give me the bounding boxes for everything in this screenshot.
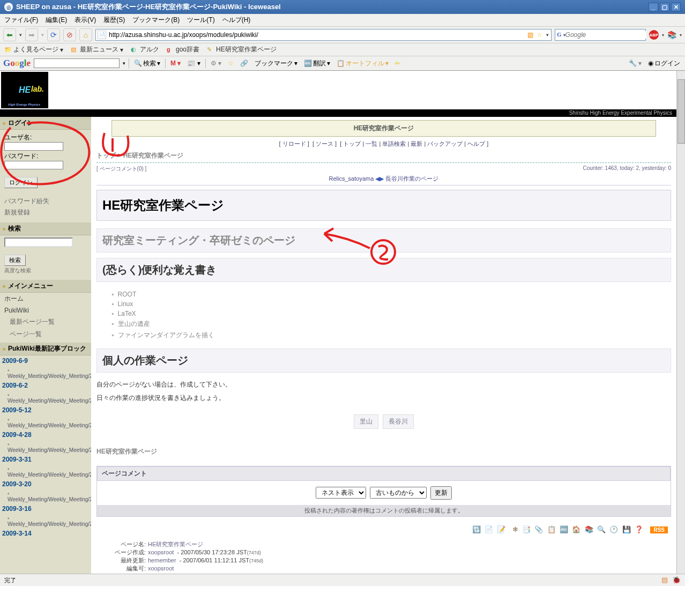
page-comment-link[interactable]: ページコメント(0): [100, 166, 144, 172]
link-source[interactable]: ソース: [316, 140, 333, 147]
back-button[interactable]: ⬅: [3, 28, 16, 41]
recent-icon[interactable]: 🕐: [609, 525, 618, 534]
sidebar-search-button[interactable]: 検索: [4, 255, 26, 266]
username-input[interactable]: [4, 142, 63, 151]
menu-history[interactable]: 履歴(S): [103, 16, 125, 25]
vertical-scrollbar[interactable]: [676, 71, 685, 574]
reload-icon[interactable]: 🔃: [472, 525, 481, 534]
list-item[interactable]: LaTeX: [111, 309, 671, 318]
helab-logo[interactable]: HElab. High Energy Physics: [1, 72, 48, 108]
list-icon[interactable]: 📚: [585, 525, 593, 534]
rss-icon[interactable]: ▧: [527, 31, 533, 39]
top-icon[interactable]: 🏠: [572, 525, 580, 534]
comment-order-select[interactable]: 古いものから: [370, 487, 427, 499]
menu-tools[interactable]: ツール(T): [187, 16, 214, 25]
minimize-button[interactable]: _: [649, 3, 658, 11]
edit-icon[interactable]: 📝: [497, 525, 505, 534]
status-firebug-icon[interactable]: 🐞: [672, 576, 681, 584]
attach-icon[interactable]: 📎: [534, 525, 543, 534]
gtb-login-button[interactable]: ◉ ログイン: [646, 59, 682, 68]
menu-page-list[interactable]: ページ一覧: [0, 328, 91, 340]
pagemeta-created-user[interactable]: xoopsroot: [148, 549, 174, 555]
gtb-search-button[interactable]: 🔍検索 ▾: [132, 59, 162, 68]
list-item[interactable]: 里山の遺産: [111, 318, 671, 330]
gtb-wrench-button[interactable]: 🔧 ▾: [627, 60, 643, 67]
status-rss-icon[interactable]: ▧: [661, 576, 670, 584]
recent-article-link[interactable]: Weekly_Meeting/Weekly_Meeting/20090602: [0, 391, 91, 405]
recent-article-link[interactable]: Weekly_Meeting/Weekly_Meeting/20090512: [0, 415, 91, 429]
link-reload[interactable]: リロード: [282, 140, 306, 147]
gtb-star-button[interactable]: ☆: [226, 60, 235, 67]
link-wordsearch[interactable]: 単語検索: [382, 140, 406, 147]
forgot-password-link[interactable]: パスワード紛失: [4, 196, 87, 207]
gtb-gear-button[interactable]: ⚙ ▾: [209, 60, 223, 67]
password-input[interactable]: [4, 161, 63, 169]
gtb-share-button[interactable]: 🔗: [239, 60, 250, 67]
link-backup[interactable]: バックアップ: [427, 140, 463, 147]
link-latest[interactable]: 最新: [411, 140, 422, 147]
help-icon[interactable]: ❓: [635, 525, 643, 534]
prev-page-link[interactable]: Relics_satoyama: [329, 175, 374, 182]
recent-article-link[interactable]: Weekly_Meeting/Weekly_Meeting/20090609: [0, 366, 91, 380]
recent-article-link[interactable]: Weekly_Meeting/Weekly_Meeting/20090320: [0, 489, 91, 503]
next-page-link[interactable]: 長谷川作業のページ: [385, 175, 438, 182]
menu-pukiwiki[interactable]: PukiWiki: [0, 305, 91, 316]
gtb-autofill-button[interactable]: 📋オートフィル ▾: [335, 59, 390, 68]
menu-home[interactable]: ホーム: [0, 293, 91, 305]
person-hasegawa[interactable]: 長谷川: [383, 414, 414, 429]
url-input[interactable]: [108, 30, 526, 40]
gtb-bookmark-button[interactable]: ブックマーク ▾: [253, 59, 299, 68]
maximize-button[interactable]: ▢: [660, 3, 669, 11]
recent-article-link[interactable]: Weekly_Meeting/Weekly_Meeting/20090331: [0, 465, 91, 479]
login-button[interactable]: ログイン: [4, 177, 38, 188]
pagemeta-name[interactable]: HE研究室作業ページ: [148, 541, 203, 547]
home-button[interactable]: ⌂: [79, 28, 92, 41]
menu-help[interactable]: ヘルプ(H): [222, 16, 251, 25]
copy-icon[interactable]: 📋: [547, 525, 556, 534]
bookmark-star-icon[interactable]: ☆: [537, 31, 542, 39]
google-icon[interactable]: G: [557, 31, 562, 39]
gtb-translate-button[interactable]: 🔤翻訳 ▾: [302, 59, 332, 68]
comment-update-button[interactable]: 更新: [430, 486, 452, 500]
search-icon[interactable]: 🔍: [597, 525, 606, 534]
bookmark-latest-news[interactable]: ▧最新ニュース ▾: [71, 45, 123, 54]
pagemeta-editable-user[interactable]: xoopsroot: [148, 565, 174, 572]
search-bar[interactable]: G▾ 🔍: [555, 29, 646, 41]
google-toolbar-search-input[interactable]: [34, 58, 120, 68]
menu-bookmarks[interactable]: ブックマーク(B): [132, 16, 180, 25]
adblock-icon[interactable]: ABP: [649, 30, 659, 40]
link-top[interactable]: トップ: [343, 140, 361, 147]
list-item[interactable]: ファインマンダイアグラムを描く: [111, 330, 671, 341]
menu-view[interactable]: 表示(V): [75, 16, 96, 25]
url-dropdown-icon[interactable]: ▾: [546, 32, 549, 38]
freeze-icon[interactable]: ❄: [510, 525, 518, 534]
recent-article-link[interactable]: Weekly_Meeting/Weekly_Meeting/20090428: [0, 440, 91, 454]
bookmark-alc[interactable]: ◐アルク: [131, 45, 159, 54]
comment-nest-select[interactable]: ネスト表示: [316, 487, 366, 499]
diff-icon[interactable]: 📑: [522, 525, 531, 534]
search-input[interactable]: [565, 31, 646, 39]
recent-article-link[interactable]: Weekly_Meeting/Weekly_Meeting/20090316: [0, 514, 91, 528]
menu-edit[interactable]: 編集(E): [46, 16, 67, 25]
backup-icon[interactable]: 💾: [622, 525, 631, 534]
rss-badge[interactable]: RSS: [650, 526, 668, 533]
list-item[interactable]: Linux: [111, 299, 671, 309]
advanced-search-link[interactable]: 高度な検索: [4, 266, 87, 276]
url-bar[interactable]: 📄 ▧ ☆ ▾: [95, 29, 552, 41]
menu-file[interactable]: ファイル(F): [4, 16, 38, 25]
rename-icon[interactable]: 🔤: [560, 525, 568, 534]
heading-meeting-page[interactable]: 研究室ミーティング・卒研ゼミのページ: [96, 228, 671, 253]
bookmark-he-lab[interactable]: ✎HE研究室作業ページ: [207, 45, 277, 54]
link-help[interactable]: ヘルプ: [467, 140, 485, 147]
stop-button[interactable]: ⊘: [63, 28, 76, 41]
menu-recent-pages[interactable]: 最新ページ一覧: [0, 316, 91, 328]
gtb-mail-button[interactable]: M ▾: [169, 60, 182, 67]
bookshelf-icon[interactable]: 📚: [667, 31, 676, 39]
list-item[interactable]: ROOT: [111, 290, 671, 299]
reload-button[interactable]: ⟳: [47, 28, 60, 41]
google-logo[interactable]: Google: [3, 58, 31, 69]
close-button[interactable]: ✕: [671, 3, 681, 11]
register-link[interactable]: 新規登録: [4, 207, 87, 218]
pagemeta-updated-user[interactable]: hemember: [148, 557, 176, 563]
new-icon[interactable]: 📄: [485, 525, 493, 534]
